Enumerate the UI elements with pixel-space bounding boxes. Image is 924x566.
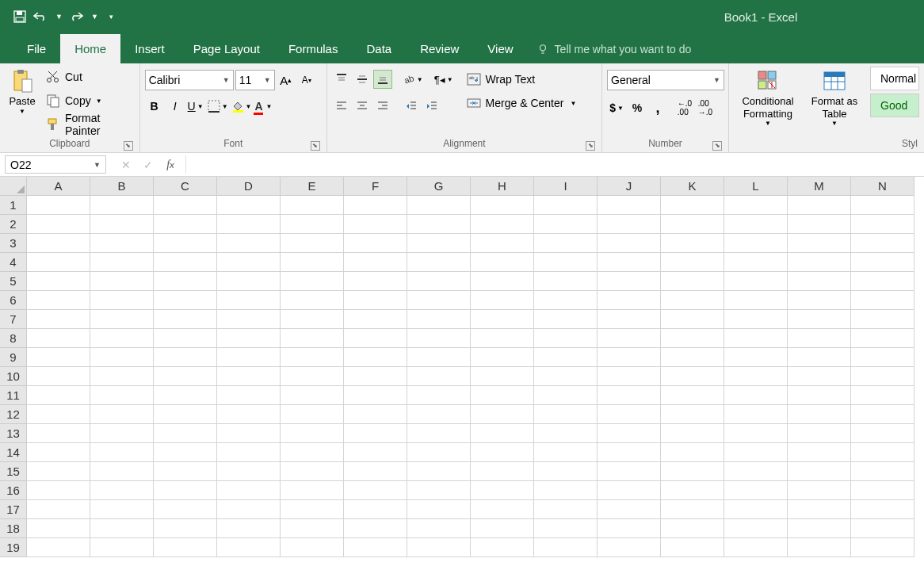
cell[interactable] [788,443,851,462]
cell[interactable] [724,272,788,291]
cell[interactable] [27,424,90,443]
cell[interactable] [851,481,914,500]
fill-color-button[interactable]: ▼ [231,97,253,116]
cell[interactable] [344,386,407,405]
cell[interactable] [27,500,90,519]
cell[interactable] [724,424,788,443]
cell[interactable] [90,310,154,329]
cell[interactable] [154,386,217,405]
cell[interactable] [90,538,154,557]
row-header[interactable]: 10 [0,367,27,386]
cell[interactable] [598,272,661,291]
cell[interactable] [661,215,724,234]
align-center-icon[interactable] [353,97,372,116]
cell[interactable] [724,234,788,253]
clipboard-launcher-icon[interactable]: ⬊ [124,141,133,151]
cell[interactable] [27,196,90,215]
cell[interactable] [661,405,724,424]
cell[interactable] [27,443,90,462]
cell[interactable] [724,215,788,234]
cell[interactable] [27,405,90,424]
cell[interactable] [344,538,407,557]
cell[interactable] [90,348,154,367]
font-color-button[interactable]: A▼ [254,97,273,116]
row-header[interactable]: 19 [0,538,27,557]
cell[interactable] [407,367,471,386]
cell[interactable] [344,481,407,500]
cell[interactable] [598,405,661,424]
cell[interactable] [471,215,534,234]
cell[interactable] [851,234,914,253]
cell[interactable] [217,253,281,272]
percent-button[interactable]: % [628,98,647,117]
font-launcher-icon[interactable]: ⬊ [311,141,320,151]
cell[interactable] [90,424,154,443]
cell[interactable] [534,215,598,234]
cell[interactable] [724,405,788,424]
cell[interactable] [534,462,598,481]
cell[interactable] [661,500,724,519]
cell[interactable] [851,443,914,462]
cell[interactable] [344,348,407,367]
cell[interactable] [217,405,281,424]
cell[interactable] [471,481,534,500]
row-header[interactable]: 15 [0,462,27,481]
cell[interactable] [851,291,914,310]
cell[interactable] [344,272,407,291]
cell[interactable] [407,481,471,500]
cell[interactable] [27,272,90,291]
cell[interactable] [217,500,281,519]
cell[interactable] [90,234,154,253]
cell[interactable] [281,462,344,481]
cancel-formula-icon[interactable]: ✕ [117,156,135,174]
cell[interactable] [851,367,914,386]
row-header[interactable]: 18 [0,519,27,538]
cell[interactable] [534,500,598,519]
cell[interactable] [27,348,90,367]
cell[interactable] [407,253,471,272]
cell[interactable] [471,291,534,310]
cell[interactable] [407,196,471,215]
cell[interactable] [407,424,471,443]
cell[interactable] [217,272,281,291]
cell[interactable] [281,386,344,405]
cell[interactable] [471,253,534,272]
cell[interactable] [851,500,914,519]
cell[interactable] [534,234,598,253]
comma-style-button[interactable]: , [648,98,667,117]
cell[interactable] [154,538,217,557]
cell[interactable] [788,348,851,367]
cell[interactable] [851,329,914,348]
accounting-format-button[interactable]: $▼ [607,98,626,117]
cell[interactable] [724,196,788,215]
cell[interactable] [344,405,407,424]
cell[interactable] [598,215,661,234]
cell[interactable] [407,405,471,424]
cell[interactable] [27,519,90,538]
align-middle-icon[interactable] [353,70,372,89]
decrease-decimal-icon[interactable]: .00→.0 [696,98,715,117]
row-header[interactable]: 14 [0,443,27,462]
bold-button[interactable]: B [145,97,164,116]
font-size-combo[interactable]: 11▼ [235,70,275,90]
cell[interactable] [534,424,598,443]
cell[interactable] [851,519,914,538]
cell[interactable] [344,253,407,272]
cell[interactable] [154,462,217,481]
cell[interactable] [851,405,914,424]
cell[interactable] [281,253,344,272]
cell[interactable] [534,519,598,538]
column-header[interactable]: G [407,177,471,196]
cell[interactable] [471,272,534,291]
cell[interactable] [788,310,851,329]
cell[interactable] [534,291,598,310]
cell[interactable] [27,462,90,481]
cell[interactable] [281,234,344,253]
increase-font-icon[interactable]: A▴ [277,71,296,90]
row-header[interactable]: 6 [0,291,27,310]
cell[interactable] [851,462,914,481]
cell[interactable] [281,310,344,329]
column-header[interactable]: K [661,177,724,196]
font-name-combo[interactable]: Calibri▼ [145,70,234,90]
cell[interactable] [788,329,851,348]
